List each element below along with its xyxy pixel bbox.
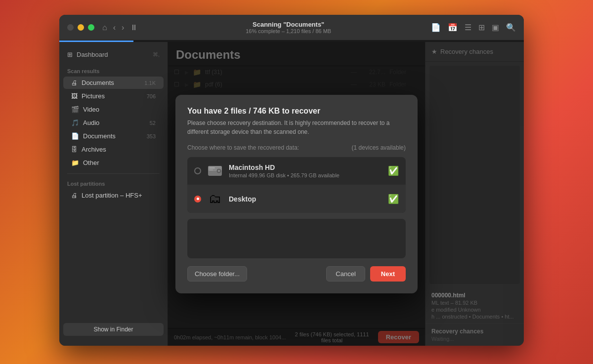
recovery-destination-modal: You have 2 files / 746 KB to recover Ple… bbox=[175, 95, 418, 293]
file-info-modified: e modified Unknown bbox=[431, 307, 518, 313]
search-icon[interactable]: 🔍 bbox=[506, 23, 516, 32]
modal-footer: Choose folder... Cancel Next bbox=[187, 266, 406, 282]
dest-empty-area bbox=[187, 219, 406, 258]
svg-rect-4 bbox=[209, 167, 215, 168]
other-icon: 📁 bbox=[71, 159, 79, 166]
home-icon[interactable]: ⌂ bbox=[102, 23, 107, 32]
sidebar-item-other[interactable]: 📁 Other bbox=[63, 157, 164, 169]
audio-icon: 🎵 bbox=[71, 119, 79, 126]
app-title: Scanning "Documents" bbox=[146, 21, 431, 28]
file-info-name: 000000.html bbox=[431, 292, 518, 299]
archives-label: Archives bbox=[82, 146, 156, 153]
title-bar: ⌂ ‹ › ⏸ Scanning "Documents" 16% complet… bbox=[59, 15, 524, 40]
modal-right-buttons: Cancel Next bbox=[326, 266, 406, 282]
macintosh-hd-name: Macintosh HD bbox=[229, 163, 382, 171]
sidebar-item-archives[interactable]: 🗄 Archives bbox=[63, 143, 164, 156]
app-window: ⌂ ‹ › ⏸ Scanning "Documents" 16% complet… bbox=[59, 15, 524, 346]
lost-partition-icon: 🖨 bbox=[71, 192, 78, 199]
destination-macintosh-hd[interactable]: Macintosh HD Internal 499.96 GB disk • 2… bbox=[187, 157, 406, 185]
devices-available-text: (1 devices available) bbox=[352, 144, 406, 151]
file-info: 000000.html ML text – 81.92 KB e modifie… bbox=[425, 288, 524, 324]
title-center: Scanning "Documents" 16% complete – 1,21… bbox=[146, 21, 431, 34]
close-button[interactable] bbox=[67, 24, 74, 31]
destination-list: Macintosh HD Internal 499.96 GB disk • 2… bbox=[187, 157, 406, 213]
modal-title: You have 2 files / 746 KB to recover bbox=[187, 107, 406, 116]
cancel-button[interactable]: Cancel bbox=[326, 266, 365, 282]
desktop-folder-icon: 🗂 bbox=[207, 191, 223, 207]
documents-1-icon: 🖨 bbox=[71, 79, 78, 86]
documents-1-count: 1.1K bbox=[144, 80, 156, 86]
pictures-icon: 🖼 bbox=[71, 92, 78, 100]
recovery-chances-section: Recovery chances Waiting... bbox=[425, 324, 524, 346]
panel-icon[interactable]: ▣ bbox=[492, 23, 499, 32]
documents-2-icon: 📄 bbox=[71, 132, 79, 140]
video-label: Video bbox=[83, 106, 152, 113]
preview-area bbox=[429, 66, 520, 284]
macintosh-hd-check-icon: ✅ bbox=[388, 165, 399, 176]
list-icon[interactable]: ☰ bbox=[465, 23, 471, 32]
right-panel: ★ Recovery chances 000000.html ML text –… bbox=[425, 42, 524, 346]
modal-choose-label: Choose where to save the recovered data:… bbox=[187, 144, 406, 151]
grid-icon[interactable]: ⊞ bbox=[478, 23, 485, 32]
sidebar-item-lost-partition[interactable]: 🖨 Lost partition – HFS+ bbox=[63, 189, 164, 202]
modal-overlay: You have 2 files / 746 KB to recover Ple… bbox=[168, 42, 425, 346]
app-subtitle: 16% complete – 1,210 files / 86 MB bbox=[146, 28, 431, 34]
traffic-lights bbox=[67, 24, 94, 31]
app-body: ⊞ Dashboard ⌘, Scan results 🖨 Documents … bbox=[59, 42, 524, 346]
show-in-finder-button[interactable]: Show in Finder bbox=[63, 323, 164, 336]
back-icon[interactable]: ‹ bbox=[113, 23, 116, 32]
lost-partitions-label: Lost partitions bbox=[59, 178, 168, 189]
svg-rect-5 bbox=[209, 169, 213, 170]
audio-count: 52 bbox=[150, 120, 156, 126]
destination-desktop[interactable]: 🗂 Desktop ✅ bbox=[187, 185, 406, 213]
sidebar-item-pictures[interactable]: 🖼 Pictures 706 bbox=[63, 90, 164, 102]
sidebar-item-video[interactable]: 🎬 Video bbox=[63, 103, 164, 116]
choose-label-text: Choose where to save the recovered data: bbox=[187, 144, 299, 151]
documents-2-label: Documents bbox=[83, 132, 143, 140]
macintosh-hd-detail: Internal 499.96 GB disk • 265.79 GB avai… bbox=[229, 172, 382, 178]
calendar-icon[interactable]: 📅 bbox=[448, 23, 458, 32]
desktop-info: Desktop bbox=[229, 195, 382, 203]
file-info-path: h ... onstructed • Documents • ht... bbox=[431, 314, 518, 320]
sidebar-divider bbox=[67, 173, 160, 174]
audio-label: Audio bbox=[83, 119, 146, 126]
sidebar-dashboard[interactable]: ⊞ Dashboard ⌘, bbox=[59, 48, 168, 61]
sidebar-item-documents-2[interactable]: 📄 Documents 353 bbox=[63, 130, 164, 142]
forward-icon[interactable]: › bbox=[122, 23, 124, 32]
recovery-chances-label: Recovery chances bbox=[440, 48, 493, 55]
dashboard-shortcut: ⌘, bbox=[153, 51, 160, 58]
pictures-count: 706 bbox=[147, 93, 156, 99]
other-label: Other bbox=[83, 159, 156, 166]
desktop-check-icon: ✅ bbox=[388, 194, 399, 204]
toolbar-nav: ⌂ ‹ › ⏸ bbox=[102, 23, 138, 32]
next-button[interactable]: Next bbox=[370, 266, 406, 282]
sidebar-item-documents-1[interactable]: 🖨 Documents 1.1K bbox=[63, 77, 164, 89]
radio-macintosh-hd[interactable] bbox=[194, 167, 201, 174]
sidebar: ⊞ Dashboard ⌘, Scan results 🖨 Documents … bbox=[59, 42, 168, 346]
dashboard-icon: ⊞ bbox=[67, 51, 73, 58]
new-scan-icon[interactable]: 📄 bbox=[431, 23, 441, 32]
pictures-label: Pictures bbox=[82, 92, 143, 100]
documents-1-label: Documents bbox=[82, 79, 140, 86]
svg-point-3 bbox=[218, 170, 220, 172]
maximize-button[interactable] bbox=[88, 24, 94, 31]
rc-status: Waiting... bbox=[431, 336, 518, 342]
radio-desktop[interactable] bbox=[194, 196, 201, 202]
lost-partition-label: Lost partition – HFS+ bbox=[82, 192, 156, 199]
main-content: Documents ☐ ▶ 📁 ttf (31) — 22.7... Folde… bbox=[168, 42, 425, 346]
scan-results-label: Scan results bbox=[59, 65, 168, 76]
star-icon: ★ bbox=[431, 48, 437, 55]
file-info-type: ML text – 81.92 KB bbox=[431, 300, 518, 306]
modal-subtitle: Please choose recovery destination. It i… bbox=[187, 119, 406, 136]
toolbar-right: 📄 📅 ☰ ⊞ ▣ 🔍 bbox=[431, 23, 516, 32]
minimize-button[interactable] bbox=[78, 24, 84, 31]
choose-folder-button[interactable]: Choose folder... bbox=[187, 266, 247, 282]
pause-icon[interactable]: ⏸ bbox=[130, 23, 138, 32]
right-panel-header: ★ Recovery chances bbox=[425, 42, 524, 62]
documents-2-count: 353 bbox=[147, 133, 156, 139]
rc-title: Recovery chances bbox=[431, 328, 518, 335]
hd-icon bbox=[207, 163, 223, 179]
sidebar-footer: Show in Finder bbox=[59, 319, 168, 340]
dashboard-label: Dashboard bbox=[77, 51, 108, 58]
sidebar-item-audio[interactable]: 🎵 Audio 52 bbox=[63, 117, 164, 129]
